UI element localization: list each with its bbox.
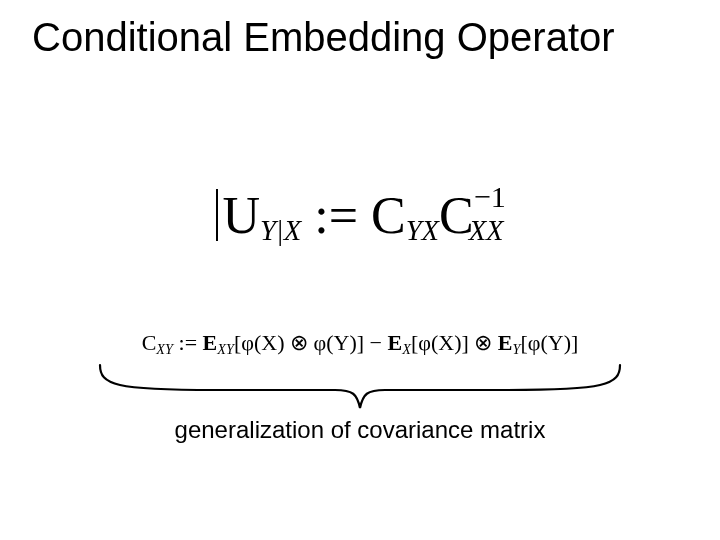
expectation-y: E <box>498 330 513 355</box>
operator-c-yx-subscript: YX <box>406 215 439 246</box>
operator-u: U <box>222 187 260 244</box>
operator-c-xx-subscript: XX <box>469 215 504 246</box>
slide: Conditional Embedding Operator UY|X := C… <box>0 0 720 540</box>
minus-symbol: − <box>364 330 387 355</box>
expectation-y-arg: [φ(Y)] <box>520 330 578 355</box>
sub-equation: CXY := EXY[φ(X) ⊗ φ(Y)] − EX[φ(X)] ⊗ EY[… <box>0 330 720 358</box>
operator-c-yx: C <box>371 187 406 244</box>
operator-u-subscript: Y|X <box>260 215 301 246</box>
expectation-x-arg: [φ(X)] <box>411 330 469 355</box>
expectation-x-subscript: X <box>402 341 411 357</box>
slide-title: Conditional Embedding Operator <box>32 14 688 60</box>
main-equation: UY|X := CYXC−1XX <box>0 180 720 247</box>
text-cursor <box>216 189 218 241</box>
otimes-symbol: ⊗ <box>469 330 498 355</box>
cov-operator-subscript: XY <box>156 341 173 357</box>
assign-symbol: := <box>301 187 371 244</box>
cov-operator: C <box>142 330 157 355</box>
operator-c-xx-superscript: −1 <box>474 180 506 214</box>
expectation-xy-subscript: XY <box>217 341 234 357</box>
underbrace <box>95 360 625 415</box>
expectation-xy: E <box>203 330 218 355</box>
assign-symbol-2: := <box>173 330 203 355</box>
annotation-text: generalization of covariance matrix <box>0 416 720 444</box>
expectation-x: E <box>388 330 403 355</box>
expectation-xy-arg: [φ(X) ⊗ φ(Y)] <box>234 330 364 355</box>
